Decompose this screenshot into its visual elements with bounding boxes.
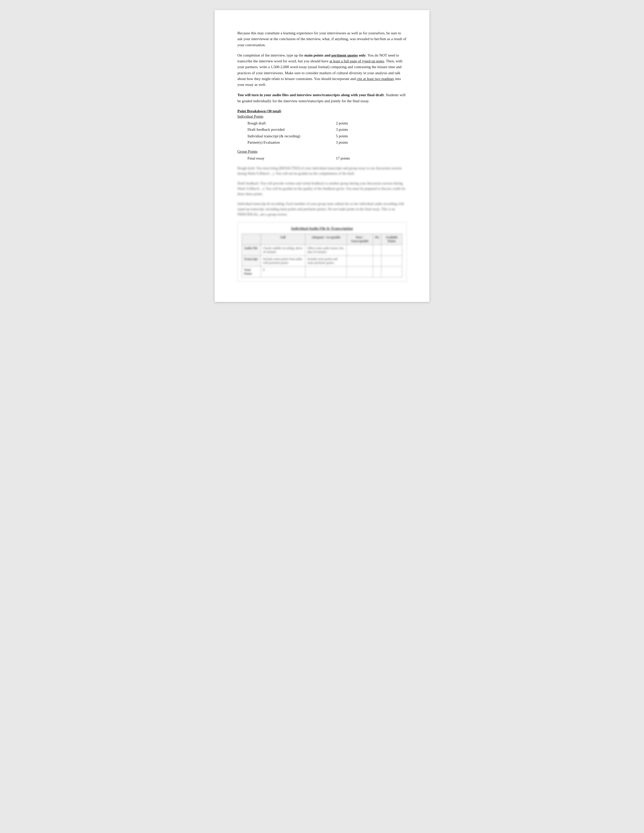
table-cell xyxy=(373,256,382,267)
item-label: Partner(s) Evaluation xyxy=(248,139,336,146)
blurred-paragraph-individual-transcript: Individual transcript & recording: Each … xyxy=(237,201,407,217)
list-item: Partner(s) Evaluation 3 points xyxy=(248,139,407,146)
table-col-header: Full xyxy=(261,234,305,245)
item-label: Individual transcript (& recording) xyxy=(248,133,336,140)
table-row-total: Total Points 5 xyxy=(242,267,402,277)
table-cell xyxy=(382,256,402,267)
group-points-heading: Group Points xyxy=(237,150,407,154)
individual-points-heading: Individual Points xyxy=(237,114,407,119)
list-item: Rough draft 2 points xyxy=(248,120,407,127)
table-cell xyxy=(347,267,373,277)
table-col-header: Available Points xyxy=(382,234,402,245)
list-item: Final essay 17 points xyxy=(248,155,407,162)
bold-statement-paragraph: You will turn in your audio files and in… xyxy=(237,92,407,104)
table-cell xyxy=(373,267,382,277)
list-item: Individual transcript (& recording) 5 po… xyxy=(248,133,407,140)
table-cell xyxy=(382,267,402,277)
list-item: Draft feedback provided 3 points xyxy=(248,127,407,133)
table-cell-label: Audio File xyxy=(242,245,261,256)
paragraph-1: Because this may constitute a learning e… xyxy=(237,30,407,48)
item-label: Final essay xyxy=(248,155,336,162)
table-cell xyxy=(347,256,373,267)
item-points: 17 points xyxy=(336,155,356,162)
item-points: 2 points xyxy=(336,120,356,127)
table-cell: Offers some audio issues; less than 20 m… xyxy=(305,245,346,256)
point-breakdown-heading: Point Breakdown (30 total) xyxy=(237,109,407,113)
item-points: 5 points xyxy=(336,133,356,140)
individual-points-list: Rough draft 2 points Draft feedback prov… xyxy=(248,120,407,146)
item-points: 3 points xyxy=(336,139,356,146)
table-row: Transcript Includes main points from aud… xyxy=(242,256,402,267)
table-cell: Includes main points from audio with per… xyxy=(261,256,305,267)
table-title: Individual Audio File & Transcription xyxy=(242,227,402,231)
table-col-header: Poor / Unacceptable xyxy=(347,234,373,245)
table-col-header: Pts xyxy=(373,234,382,245)
blurred-section: Rough draft: You must bring [REDACTED] o… xyxy=(237,166,407,217)
table-cell xyxy=(382,245,402,256)
item-label: Draft feedback provided xyxy=(248,127,336,133)
paragraph-2: On completion of the interview, type up … xyxy=(237,53,407,88)
item-points: 3 points xyxy=(336,127,356,133)
table-cell xyxy=(305,267,346,277)
table-col-header: Adequate / Acceptable xyxy=(305,234,346,245)
group-points-list: Final essay 17 points xyxy=(248,155,407,162)
document-page: Because this may constitute a learning e… xyxy=(215,10,429,302)
table-cell: Clearly audible recording; above 20 minu… xyxy=(261,245,305,256)
table-cell-total-label: Total Points xyxy=(242,267,261,277)
blurred-table-section: Individual Audio File & Transcription Fu… xyxy=(237,222,407,282)
table-cell-label: Transcript xyxy=(242,256,261,267)
blurred-paragraph-draft-feedback: Draft feedback: You will provide written… xyxy=(237,181,407,197)
table-cell: 5 xyxy=(261,267,305,277)
table-cell xyxy=(373,245,382,256)
item-label: Rough draft xyxy=(248,120,336,127)
table-row: Audio File Clearly audible recording; ab… xyxy=(242,245,402,256)
rubric-table: Full Adequate / Acceptable Poor / Unacce… xyxy=(242,234,402,277)
blurred-paragraph-rough-draft: Rough draft: You must bring [REDACTED] o… xyxy=(237,166,407,176)
table-cell xyxy=(347,245,373,256)
table-cell: Includes most points and some pertinent … xyxy=(305,256,346,267)
table-col-header xyxy=(242,234,261,245)
